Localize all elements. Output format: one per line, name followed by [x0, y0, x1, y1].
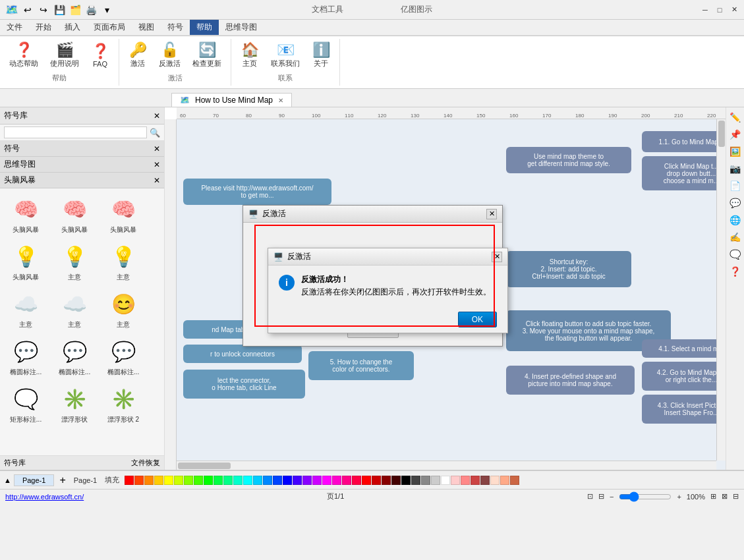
color-swatch-2[interactable] [144, 476, 154, 485]
menu-view[interactable]: 视图 [132, 20, 161, 35]
color-swatch-9[interactable] [214, 476, 223, 485]
color-swatch-34[interactable] [461, 476, 470, 485]
color-swatch-6[interactable] [184, 476, 193, 485]
section-brainstorm[interactable]: 头脑风暴 ✕ [0, 173, 164, 188]
shape-item-11[interactable]: 💬 椭圆标注... [100, 333, 146, 378]
rtool-help[interactable]: ❓ [728, 264, 743, 279]
layout-btn3[interactable]: ⊟ [733, 492, 739, 501]
color-swatch-13[interactable] [253, 476, 262, 485]
doc-tab-mindmap[interactable]: 🗺️ How to Use Mind Map ✕ [171, 93, 292, 107]
color-swatch-14[interactable] [263, 476, 272, 485]
layout-btn1[interactable]: ⊞ [710, 492, 716, 501]
section-symbol-close[interactable]: ✕ [154, 144, 160, 154]
color-swatch-39[interactable] [510, 476, 519, 485]
rtool-text[interactable]: 📄 [728, 179, 743, 193]
color-swatch-35[interactable] [471, 476, 480, 485]
shape-item-3[interactable]: 💡 头脑风暴 [3, 238, 49, 283]
search-icon[interactable]: 🔍 [150, 128, 160, 138]
print-btn[interactable]: 🖨️ [84, 3, 98, 16]
add-page-btn[interactable]: + [57, 474, 68, 486]
color-swatch-24[interactable] [362, 476, 371, 485]
shape-item-2[interactable]: 🧠 头脑风暴 [100, 191, 146, 236]
menu-start[interactable]: 开始 [29, 20, 58, 35]
color-swatch-11[interactable] [233, 476, 243, 485]
faq-btn[interactable]: ❓ FAQ [87, 43, 113, 69]
color-swatch-7[interactable] [194, 476, 203, 485]
color-swatch-32[interactable] [441, 476, 450, 485]
maximize-btn[interactable]: □ [715, 5, 724, 14]
color-swatch-20[interactable] [322, 476, 331, 485]
symbol-library-btn[interactable]: 符号库 [4, 458, 26, 468]
shape-item-0[interactable]: 🧠 头脑风暴 [3, 191, 49, 236]
shape-item-8[interactable]: 😊 主意 [100, 286, 146, 331]
section-mindmap[interactable]: 思维导图 ✕ [0, 157, 164, 173]
color-swatch-22[interactable] [342, 476, 351, 485]
file-restore-btn[interactable]: 文件恢复 [131, 458, 160, 468]
color-swatch-28[interactable] [401, 476, 411, 485]
check-update-btn[interactable]: 🔄 检查更新 [188, 42, 225, 70]
shape-item-1[interactable]: 🧠 头脑风暴 [51, 191, 98, 236]
color-swatch-38[interactable] [500, 476, 509, 485]
save-btn[interactable]: 💾 [53, 3, 66, 16]
template-btn[interactable]: 🗂️ [69, 3, 82, 16]
color-swatch-30[interactable] [421, 476, 430, 485]
zoom-in-btn[interactable]: + [677, 493, 681, 501]
rtool-chat2[interactable]: 🗨️ [728, 247, 743, 262]
rtool-photo[interactable]: 📷 [728, 161, 743, 176]
color-swatch-37[interactable] [490, 476, 500, 485]
canvas-content[interactable]: How to useEdraw MindMap? Please visit ht… [177, 119, 726, 470]
shape-item-9[interactable]: 💬 椭圆标注... [3, 333, 49, 378]
inner-dialog-close-btn[interactable]: ✕ [492, 252, 502, 262]
zoom-slider[interactable] [619, 491, 672, 502]
shape-item-10[interactable]: 💬 椭圆标注... [51, 333, 98, 378]
fit-width-btn[interactable]: ⊟ [598, 492, 604, 501]
color-swatch-31[interactable] [431, 476, 440, 485]
home-btn[interactable]: 🏠 主页 [237, 42, 263, 70]
doc-tab-close-btn[interactable]: ✕ [278, 97, 283, 104]
shape-item-14[interactable]: ✳️ 漂浮形状 2 [100, 381, 146, 426]
menu-mindmap[interactable]: 思维导图 [219, 20, 264, 35]
layout-btn2[interactable]: ⊠ [722, 492, 728, 501]
sidebar-close-btn[interactable]: ✕ [154, 111, 160, 121]
menu-insert[interactable]: 插入 [58, 20, 87, 35]
color-swatch-10[interactable] [223, 476, 233, 485]
rtool-pointer[interactable]: 📌 [728, 127, 743, 142]
menu-symbol[interactable]: 符号 [161, 20, 190, 35]
activate-btn[interactable]: 🔑 激活 [125, 42, 151, 70]
section-symbol[interactable]: 符号 ✕ [0, 141, 164, 157]
status-url[interactable]: http://www.edrawsoft.cn/ [5, 493, 84, 501]
rtool-pen[interactable]: ✏️ [728, 110, 743, 125]
minimize-btn[interactable]: ─ [701, 5, 710, 14]
color-swatch-0[interactable] [125, 476, 134, 485]
rtool-chat[interactable]: 💬 [728, 196, 743, 210]
shape-item-4[interactable]: 💡 主意 [51, 238, 98, 283]
menu-file[interactable]: 文件 [0, 20, 29, 35]
color-swatch-4[interactable] [164, 476, 173, 485]
shape-item-7[interactable]: ☁️ 主意 [51, 286, 98, 331]
ok-btn[interactable]: OK [458, 312, 497, 327]
color-swatch-36[interactable] [480, 476, 490, 485]
section-brainstorm-close[interactable]: ✕ [154, 176, 160, 185]
page-tab-1[interactable]: Page-1 [14, 474, 54, 486]
menu-page-layout[interactable]: 页面布局 [87, 20, 132, 35]
deactivate-btn[interactable]: 🔓 反激活 [155, 42, 185, 70]
rtool-globe[interactable]: 🌐 [728, 213, 743, 227]
color-swatch-8[interactable] [204, 476, 213, 485]
dynamic-help-btn[interactable]: ❓ 动态帮助 [5, 42, 42, 70]
color-swatch-29[interactable] [411, 476, 420, 485]
zoom-out-btn[interactable]: − [610, 493, 614, 501]
fit-page-btn[interactable]: ⊡ [587, 492, 593, 501]
about-btn[interactable]: ℹ️ 关于 [308, 42, 334, 70]
undo-btn[interactable]: ↩ [21, 3, 34, 16]
close-btn[interactable]: ✕ [730, 5, 739, 14]
color-swatch-5[interactable] [174, 476, 183, 485]
shape-item-6[interactable]: ☁️ 主意 [3, 286, 49, 331]
color-swatch-18[interactable] [302, 476, 312, 485]
section-mindmap-close[interactable]: ✕ [154, 160, 160, 169]
color-swatch-23[interactable] [352, 476, 361, 485]
color-swatch-19[interactable] [312, 476, 322, 485]
sidebar-search-input[interactable] [4, 126, 147, 138]
rtool-image[interactable]: 🖼️ [728, 144, 743, 159]
contact-us-btn[interactable]: 📧 联系我们 [267, 42, 304, 70]
shape-item-5[interactable]: 💡 主意 [100, 238, 146, 283]
